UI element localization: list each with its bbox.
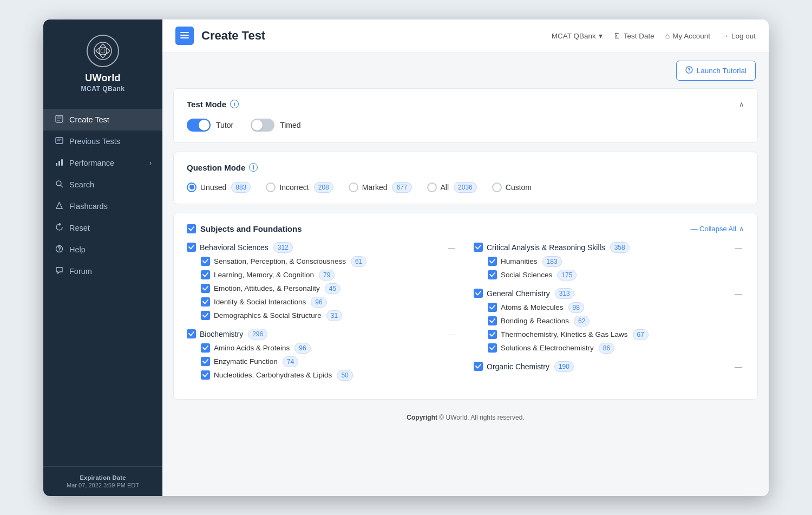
radio-outer-marked	[349, 182, 358, 192]
reset-icon	[54, 223, 64, 233]
sub-name-enzymatic: Enzymatic Function	[214, 357, 278, 366]
radio-unused[interactable]: Unused 883	[187, 182, 251, 193]
menu-button[interactable]	[175, 27, 194, 45]
subject-row-critical: Critical Analysis & Reasoning Skills 358…	[474, 242, 744, 253]
sidebar-item-help[interactable]: Help	[43, 239, 162, 260]
sub-name-thermo: Thermochemistry, Kinetics & Gas Laws	[501, 330, 628, 338]
sub-item-atoms: Atoms & Molecules 98	[488, 302, 744, 313]
badge-marked: 677	[392, 182, 411, 193]
org-chem-collapse-icon[interactable]: —	[735, 362, 744, 371]
checkbox-social-sciences[interactable]	[488, 270, 497, 279]
footer-copyright: Copyright	[407, 414, 437, 421]
sidebar-item-search[interactable]: Search	[43, 174, 162, 195]
behavioral-collapse-icon[interactable]: —	[448, 243, 457, 252]
sidebar-item-label: Previous Tests	[69, 137, 120, 146]
collapse-all-button[interactable]: — Collapse All ∧	[690, 225, 744, 233]
sidebar-item-previous-tests[interactable]: Previous Tests	[43, 131, 162, 152]
svg-rect-5	[58, 161, 60, 166]
tutorial-button-label: Launch Tutorial	[697, 67, 746, 75]
radio-marked[interactable]: Marked 677	[349, 182, 412, 193]
checkbox-nucleotides[interactable]	[201, 370, 210, 380]
sidebar-item-flashcards[interactable]: Flashcards	[43, 195, 162, 217]
test-date-link[interactable]: 🗓 Test Date	[613, 31, 654, 40]
checkbox-biochemistry[interactable]	[187, 329, 196, 338]
subjects-checkbox[interactable]	[187, 224, 196, 233]
help-icon	[54, 245, 64, 255]
subject-name-org-chem: Organic Chemistry	[487, 362, 549, 371]
checkbox-humanities[interactable]	[488, 257, 497, 266]
svg-point-1	[101, 49, 105, 53]
gen-chem-collapse-icon[interactable]: —	[735, 289, 744, 298]
radio-incorrect[interactable]: Incorrect 208	[266, 182, 333, 193]
checkbox-enzymatic[interactable]	[201, 357, 210, 366]
biochemistry-collapse-icon[interactable]: —	[448, 330, 457, 338]
toggle-knob	[252, 120, 263, 131]
tutorial-bar: Launch Tutorial	[162, 53, 769, 88]
checkbox-thermo[interactable]	[488, 330, 497, 339]
sidebar-item-reset[interactable]: Reset	[43, 217, 162, 239]
sub-item-solutions: Solutions & Electrochemistry 86	[488, 343, 744, 354]
checkbox-solutions[interactable]	[488, 343, 497, 353]
question-mode-card: Question Mode i Unused 883	[173, 152, 758, 204]
topbar: Create Test MCAT QBank ▾ 🗓 Test Date ⌂ M…	[162, 19, 769, 53]
tutor-toggle[interactable]	[187, 119, 211, 132]
logout-link[interactable]: → Log out	[721, 31, 756, 40]
subject-group-biochemistry: Biochemistry 296 — Amino Acids & Protein…	[187, 329, 457, 381]
launch-tutorial-button[interactable]: Launch Tutorial	[676, 61, 756, 81]
question-mode-info-icon[interactable]: i	[249, 163, 258, 172]
checkbox-atoms[interactable]	[488, 303, 497, 312]
checkbox-identity[interactable]	[201, 297, 210, 307]
previous-tests-icon	[54, 136, 64, 146]
badge-emotion: 45	[325, 283, 340, 294]
subject-group-critical: Critical Analysis & Reasoning Skills 358…	[474, 242, 744, 281]
checkbox-sensation[interactable]	[201, 257, 210, 266]
sidebar-item-label: Search	[69, 180, 94, 189]
critical-collapse-icon[interactable]: —	[735, 243, 744, 252]
checkbox-bonding[interactable]	[488, 316, 497, 325]
checkbox-amino[interactable]	[201, 343, 210, 353]
radio-outer-incorrect	[266, 182, 276, 192]
sub-item-demographics: Demographics & Social Structure 31	[201, 310, 457, 321]
checkbox-critical[interactable]	[474, 243, 483, 252]
subjects-header: Subjects and Foundations — Collapse All …	[187, 224, 744, 233]
radio-all[interactable]: All 2036	[427, 182, 477, 193]
badge-amino: 96	[294, 343, 310, 354]
radio-custom[interactable]: Custom	[492, 182, 532, 192]
sub-name-emotion: Emotion, Attitudes, & Personality	[214, 284, 320, 292]
radio-label-custom: Custom	[506, 183, 532, 192]
my-account-link[interactable]: ⌂ My Account	[665, 31, 710, 40]
subject-group-gen-chem: General Chemistry 313 — Atoms & Molecule…	[474, 288, 744, 354]
subjects-grid: Behavioral Sciences 312 — Sensation, Per…	[187, 242, 744, 388]
sub-name-identity: Identity & Social Interactions	[214, 298, 306, 306]
sidebar-footer: Expiration Date Mar 07, 2022 3:59 PM EDT	[43, 466, 162, 496]
expiration-label: Expiration Date	[54, 474, 152, 481]
checkbox-behavioral[interactable]	[187, 243, 196, 252]
badge-enzymatic: 74	[283, 356, 298, 367]
content-area: Launch Tutorial Test Mode i ∧	[162, 53, 769, 496]
my-account-label: My Account	[672, 32, 710, 40]
radio-label-marked: Marked	[362, 183, 388, 192]
test-mode-collapse-icon[interactable]: ∧	[739, 100, 744, 108]
checkbox-demographics[interactable]	[201, 311, 210, 320]
sub-item-learning: Learning, Memory, & Cognition 79	[201, 270, 457, 281]
test-mode-info-icon[interactable]: i	[230, 100, 239, 108]
sidebar-item-forum[interactable]: Forum	[43, 260, 162, 282]
radio-label-unused: Unused	[200, 183, 226, 192]
sidebar-item-performance[interactable]: Performance ›	[43, 152, 162, 174]
timed-toggle[interactable]	[251, 119, 274, 132]
timed-toggle-item: Timed	[251, 119, 300, 132]
checkbox-learning[interactable]	[201, 270, 210, 279]
sidebar-logo: UWorld MCAT QBank	[43, 19, 162, 103]
test-date-label: Test Date	[624, 32, 654, 40]
checkbox-emotion[interactable]	[201, 284, 210, 293]
sidebar-item-create-test[interactable]: Create Test	[43, 109, 162, 131]
subject-group-behavioral: Behavioral Sciences 312 — Sensation, Per…	[187, 242, 457, 321]
checkbox-org-chem[interactable]	[474, 362, 483, 371]
qbank-selector[interactable]: MCAT QBank ▾	[552, 31, 603, 40]
subjects-left-column: Behavioral Sciences 312 — Sensation, Per…	[187, 242, 457, 388]
brand-subtitle: MCAT QBank	[81, 85, 125, 93]
page-footer: Copyright © UWorld. All rights reserved.	[162, 408, 769, 427]
checkbox-gen-chem[interactable]	[474, 289, 483, 298]
logout-icon: →	[721, 31, 729, 40]
radio-label-all: All	[441, 183, 449, 192]
